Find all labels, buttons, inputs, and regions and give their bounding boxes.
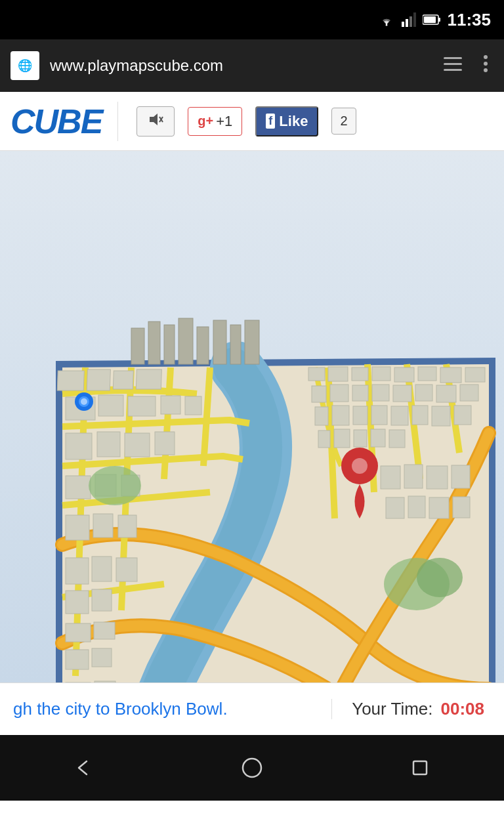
svg-rect-54 [352, 368, 368, 381]
home-button[interactable] [232, 748, 272, 788]
svg-rect-45 [92, 648, 112, 667]
svg-rect-112 [178, 318, 193, 364]
facebook-like-label: Like [279, 113, 308, 130]
svg-rect-59 [465, 368, 485, 382]
svg-rect-25 [161, 396, 180, 414]
facebook-count: 2 [331, 108, 356, 135]
svg-rect-53 [328, 367, 348, 381]
svg-rect-73 [412, 406, 428, 425]
svg-rect-60 [312, 386, 326, 402]
svg-rect-79 [371, 429, 385, 447]
nav-bar: CUBE g+ +1 f Like 2 [0, 92, 504, 151]
svg-rect-78 [354, 430, 367, 447]
map-container[interactable] [0, 151, 504, 682]
svg-rect-3 [410, 16, 412, 27]
battery-icon [423, 14, 441, 26]
sound-button[interactable] [136, 106, 175, 136]
browser-url[interactable]: www.playmapscube.com [50, 56, 428, 75]
svg-rect-55 [372, 367, 390, 381]
svg-rect-36 [118, 515, 136, 537]
svg-rect-23 [98, 395, 123, 416]
sound-icon [148, 112, 163, 131]
svg-point-13 [484, 68, 488, 72]
google-plus-icon: g+ [198, 114, 213, 129]
task-text: gh the city to Brooklyn Bowl. [0, 699, 332, 719]
svg-rect-123 [413, 761, 427, 774]
svg-rect-111 [164, 325, 175, 364]
svg-rect-26 [185, 396, 201, 415]
svg-rect-109 [131, 328, 144, 364]
svg-rect-88 [453, 497, 470, 518]
svg-rect-44 [66, 650, 89, 669]
svg-rect-42 [66, 623, 91, 642]
svg-rect-87 [429, 497, 449, 518]
svg-point-120 [81, 398, 87, 405]
svg-rect-2 [406, 19, 408, 27]
time-value: 00:08 [441, 699, 485, 719]
svg-rect-84 [452, 465, 470, 488]
more-options-icon[interactable] [478, 52, 494, 79]
svg-rect-8 [444, 57, 462, 59]
facebook-icon: f [266, 114, 275, 129]
svg-rect-72 [391, 406, 408, 425]
google-plus-label: +1 [216, 113, 232, 130]
svg-rect-6 [438, 18, 440, 22]
svg-rect-66 [436, 385, 456, 402]
svg-rect-70 [353, 406, 368, 425]
svg-rect-69 [332, 406, 349, 425]
map-svg[interactable] [0, 151, 504, 682]
svg-rect-27 [66, 433, 92, 459]
menu-icon[interactable] [438, 53, 467, 79]
svg-rect-24 [128, 396, 156, 416]
facebook-like-button[interactable]: f Like [255, 106, 318, 136]
wifi-icon [378, 12, 395, 27]
svg-point-11 [484, 55, 488, 59]
recents-button[interactable] [400, 748, 440, 788]
signal-icon [402, 12, 416, 27]
svg-rect-116 [245, 320, 259, 364]
svg-rect-47 [94, 681, 116, 682]
svg-rect-56 [394, 368, 414, 382]
back-button[interactable] [64, 748, 104, 788]
svg-point-0 [385, 24, 387, 26]
svg-rect-9 [444, 63, 462, 65]
browser-bar: 🌐 www.playmapscube.com [0, 39, 504, 92]
svg-rect-41 [92, 589, 112, 611]
svg-rect-35 [93, 514, 113, 537]
svg-rect-83 [427, 466, 448, 489]
svg-rect-31 [66, 476, 91, 499]
svg-rect-76 [318, 430, 330, 448]
svg-rect-40 [66, 591, 89, 614]
status-icons: 11:35 [378, 10, 492, 30]
svg-rect-82 [404, 465, 423, 488]
svg-rect-80 [389, 430, 405, 448]
svg-rect-21 [136, 369, 161, 389]
svg-rect-20 [113, 371, 133, 389]
svg-rect-63 [372, 385, 389, 401]
svg-rect-7 [424, 16, 436, 23]
svg-rect-75 [454, 406, 471, 425]
time-label: Your Time: [352, 699, 432, 719]
svg-rect-29 [125, 433, 150, 457]
svg-rect-71 [371, 406, 387, 425]
svg-rect-19 [87, 369, 110, 390]
svg-rect-68 [315, 407, 328, 425]
svg-rect-74 [432, 406, 450, 426]
svg-marker-14 [150, 114, 158, 125]
svg-rect-38 [92, 556, 112, 581]
svg-rect-28 [97, 432, 120, 457]
svg-rect-34 [66, 515, 89, 540]
svg-point-122 [243, 759, 261, 777]
svg-rect-110 [148, 322, 160, 364]
svg-rect-62 [352, 385, 368, 401]
android-nav [0, 735, 504, 801]
svg-rect-1 [402, 22, 404, 27]
svg-point-108 [417, 558, 463, 597]
svg-point-12 [484, 62, 488, 66]
svg-rect-115 [230, 325, 241, 364]
google-plus-button[interactable]: g+ +1 [188, 107, 242, 136]
svg-rect-10 [444, 69, 462, 71]
svg-rect-52 [308, 368, 325, 381]
svg-rect-86 [408, 496, 425, 518]
svg-rect-114 [213, 320, 226, 364]
